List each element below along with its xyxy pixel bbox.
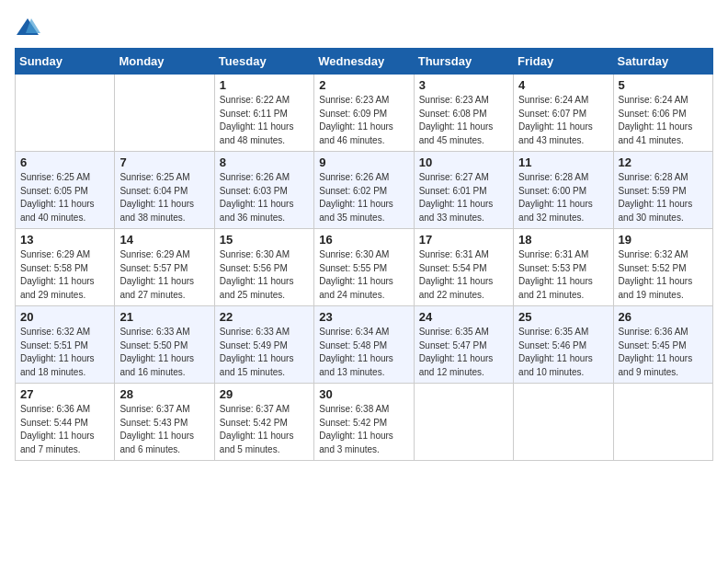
day-content: Sunrise: 6:32 AM Sunset: 5:52 PM Dayligh… xyxy=(619,248,708,302)
day-content: Sunrise: 6:27 AM Sunset: 6:01 PM Dayligh… xyxy=(419,171,508,224)
calendar-cell: 23Sunrise: 6:34 AM Sunset: 5:48 PM Dayli… xyxy=(314,306,414,384)
day-content: Sunrise: 6:28 AM Sunset: 6:00 PM Dayligh… xyxy=(518,171,608,224)
day-number: 14 xyxy=(119,233,209,247)
logo-icon xyxy=(15,15,40,40)
calendar-cell: 13Sunrise: 6:29 AM Sunset: 5:58 PM Dayli… xyxy=(16,229,115,306)
day-number: 8 xyxy=(220,155,309,169)
day-number: 23 xyxy=(319,310,408,324)
weekday-header-thursday: Thursday xyxy=(414,49,513,75)
day-number: 29 xyxy=(220,387,309,401)
calendar-cell: 15Sunrise: 6:30 AM Sunset: 5:56 PM Dayli… xyxy=(214,229,313,306)
calendar-cell xyxy=(16,75,115,152)
calendar-cell: 8Sunrise: 6:26 AM Sunset: 6:03 PM Daylig… xyxy=(214,152,313,229)
day-number: 20 xyxy=(20,310,109,324)
calendar-week-5: 27Sunrise: 6:36 AM Sunset: 5:44 PM Dayli… xyxy=(16,384,713,461)
day-number: 22 xyxy=(220,310,309,324)
calendar-cell xyxy=(613,384,712,461)
calendar-cell: 10Sunrise: 6:27 AM Sunset: 6:01 PM Dayli… xyxy=(414,152,513,229)
day-number: 1 xyxy=(220,78,309,92)
day-number: 21 xyxy=(119,310,209,324)
logo xyxy=(15,15,42,40)
day-number: 18 xyxy=(518,233,608,247)
day-content: Sunrise: 6:33 AM Sunset: 5:50 PM Dayligh… xyxy=(119,326,209,379)
day-content: Sunrise: 6:34 AM Sunset: 5:48 PM Dayligh… xyxy=(319,326,408,379)
weekday-header-saturday: Saturday xyxy=(613,49,712,75)
day-content: Sunrise: 6:35 AM Sunset: 5:47 PM Dayligh… xyxy=(419,326,508,379)
calendar-cell: 28Sunrise: 6:37 AM Sunset: 5:43 PM Dayli… xyxy=(115,384,214,461)
day-number: 28 xyxy=(119,387,209,401)
weekday-header-friday: Friday xyxy=(514,49,613,75)
day-number: 30 xyxy=(319,387,408,401)
day-content: Sunrise: 6:24 AM Sunset: 6:07 PM Dayligh… xyxy=(518,94,608,147)
day-content: Sunrise: 6:29 AM Sunset: 5:57 PM Dayligh… xyxy=(119,248,209,302)
day-number: 13 xyxy=(20,233,109,247)
calendar-cell: 27Sunrise: 6:36 AM Sunset: 5:44 PM Dayli… xyxy=(16,384,115,461)
day-content: Sunrise: 6:36 AM Sunset: 5:45 PM Dayligh… xyxy=(619,326,708,379)
calendar-cell: 14Sunrise: 6:29 AM Sunset: 5:57 PM Dayli… xyxy=(115,229,214,306)
calendar-cell: 21Sunrise: 6:33 AM Sunset: 5:50 PM Dayli… xyxy=(115,306,214,384)
day-content: Sunrise: 6:26 AM Sunset: 6:03 PM Dayligh… xyxy=(220,171,309,224)
day-content: Sunrise: 6:38 AM Sunset: 5:42 PM Dayligh… xyxy=(319,403,408,456)
calendar-week-3: 13Sunrise: 6:29 AM Sunset: 5:58 PM Dayli… xyxy=(16,229,713,306)
calendar-table: SundayMondayTuesdayWednesdayThursdayFrid… xyxy=(15,48,713,461)
calendar-week-4: 20Sunrise: 6:32 AM Sunset: 5:51 PM Dayli… xyxy=(16,306,713,384)
day-number: 15 xyxy=(220,233,309,247)
calendar-week-2: 6Sunrise: 6:25 AM Sunset: 6:05 PM Daylig… xyxy=(16,152,713,229)
day-content: Sunrise: 6:29 AM Sunset: 5:58 PM Dayligh… xyxy=(20,248,109,302)
day-number: 5 xyxy=(619,78,708,92)
calendar-cell: 20Sunrise: 6:32 AM Sunset: 5:51 PM Dayli… xyxy=(16,306,115,384)
day-number: 9 xyxy=(319,155,408,169)
calendar-cell: 5Sunrise: 6:24 AM Sunset: 6:06 PM Daylig… xyxy=(613,75,712,152)
weekday-header-row: SundayMondayTuesdayWednesdayThursdayFrid… xyxy=(16,49,713,75)
calendar-cell: 9Sunrise: 6:26 AM Sunset: 6:02 PM Daylig… xyxy=(314,152,414,229)
weekday-header-monday: Monday xyxy=(115,49,214,75)
calendar-cell: 7Sunrise: 6:25 AM Sunset: 6:04 PM Daylig… xyxy=(115,152,214,229)
day-content: Sunrise: 6:23 AM Sunset: 6:08 PM Dayligh… xyxy=(419,94,508,147)
calendar-cell: 24Sunrise: 6:35 AM Sunset: 5:47 PM Dayli… xyxy=(414,306,513,384)
calendar-cell: 12Sunrise: 6:28 AM Sunset: 5:59 PM Dayli… xyxy=(613,152,712,229)
day-number: 2 xyxy=(319,78,408,92)
calendar-cell xyxy=(514,384,613,461)
day-number: 16 xyxy=(319,233,408,247)
calendar-cell: 3Sunrise: 6:23 AM Sunset: 6:08 PM Daylig… xyxy=(414,75,513,152)
day-content: Sunrise: 6:25 AM Sunset: 6:05 PM Dayligh… xyxy=(20,171,109,224)
calendar-cell xyxy=(414,384,513,461)
calendar-cell: 1Sunrise: 6:22 AM Sunset: 6:11 PM Daylig… xyxy=(214,75,313,152)
calendar-cell xyxy=(115,75,214,152)
weekday-header-wednesday: Wednesday xyxy=(314,49,414,75)
page-header xyxy=(15,15,713,40)
day-number: 10 xyxy=(419,155,508,169)
calendar-cell: 18Sunrise: 6:31 AM Sunset: 5:53 PM Dayli… xyxy=(514,229,613,306)
day-content: Sunrise: 6:36 AM Sunset: 5:44 PM Dayligh… xyxy=(20,403,109,456)
weekday-header-tuesday: Tuesday xyxy=(214,49,313,75)
day-content: Sunrise: 6:37 AM Sunset: 5:42 PM Dayligh… xyxy=(220,403,309,456)
day-content: Sunrise: 6:22 AM Sunset: 6:11 PM Dayligh… xyxy=(220,94,309,147)
day-content: Sunrise: 6:31 AM Sunset: 5:54 PM Dayligh… xyxy=(419,248,508,302)
calendar-week-1: 1Sunrise: 6:22 AM Sunset: 6:11 PM Daylig… xyxy=(16,75,713,152)
calendar-cell: 29Sunrise: 6:37 AM Sunset: 5:42 PM Dayli… xyxy=(214,384,313,461)
calendar-cell: 4Sunrise: 6:24 AM Sunset: 6:07 PM Daylig… xyxy=(514,75,613,152)
day-number: 17 xyxy=(419,233,508,247)
day-number: 4 xyxy=(518,78,608,92)
day-content: Sunrise: 6:32 AM Sunset: 5:51 PM Dayligh… xyxy=(20,326,109,379)
day-number: 26 xyxy=(619,310,708,324)
day-content: Sunrise: 6:23 AM Sunset: 6:09 PM Dayligh… xyxy=(319,94,408,147)
calendar-cell: 6Sunrise: 6:25 AM Sunset: 6:05 PM Daylig… xyxy=(16,152,115,229)
day-content: Sunrise: 6:31 AM Sunset: 5:53 PM Dayligh… xyxy=(518,248,608,302)
day-content: Sunrise: 6:28 AM Sunset: 5:59 PM Dayligh… xyxy=(619,171,708,224)
day-number: 7 xyxy=(119,155,209,169)
day-number: 25 xyxy=(518,310,608,324)
day-number: 6 xyxy=(20,155,109,169)
day-number: 19 xyxy=(619,233,708,247)
day-number: 3 xyxy=(419,78,508,92)
calendar-cell: 26Sunrise: 6:36 AM Sunset: 5:45 PM Dayli… xyxy=(613,306,712,384)
day-content: Sunrise: 6:26 AM Sunset: 6:02 PM Dayligh… xyxy=(319,171,408,224)
calendar-cell: 22Sunrise: 6:33 AM Sunset: 5:49 PM Dayli… xyxy=(214,306,313,384)
day-content: Sunrise: 6:30 AM Sunset: 5:55 PM Dayligh… xyxy=(319,248,408,302)
day-number: 11 xyxy=(518,155,608,169)
day-content: Sunrise: 6:37 AM Sunset: 5:43 PM Dayligh… xyxy=(119,403,209,456)
day-number: 12 xyxy=(619,155,708,169)
day-number: 27 xyxy=(20,387,109,401)
calendar-cell: 25Sunrise: 6:35 AM Sunset: 5:46 PM Dayli… xyxy=(514,306,613,384)
calendar-cell: 11Sunrise: 6:28 AM Sunset: 6:00 PM Dayli… xyxy=(514,152,613,229)
